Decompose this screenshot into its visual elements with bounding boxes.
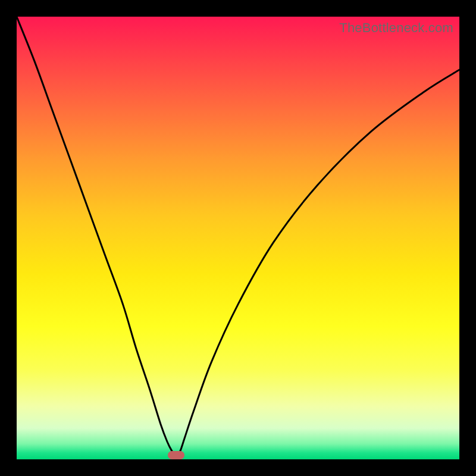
optimal-point-marker	[168, 451, 184, 459]
chart-frame: TheBottleneck.com	[0, 0, 476, 476]
watermark-text: TheBottleneck.com	[339, 20, 453, 36]
curve-svg	[17, 17, 459, 459]
plot-area: TheBottleneck.com	[17, 17, 459, 459]
bottleneck-curve	[17, 17, 459, 455]
